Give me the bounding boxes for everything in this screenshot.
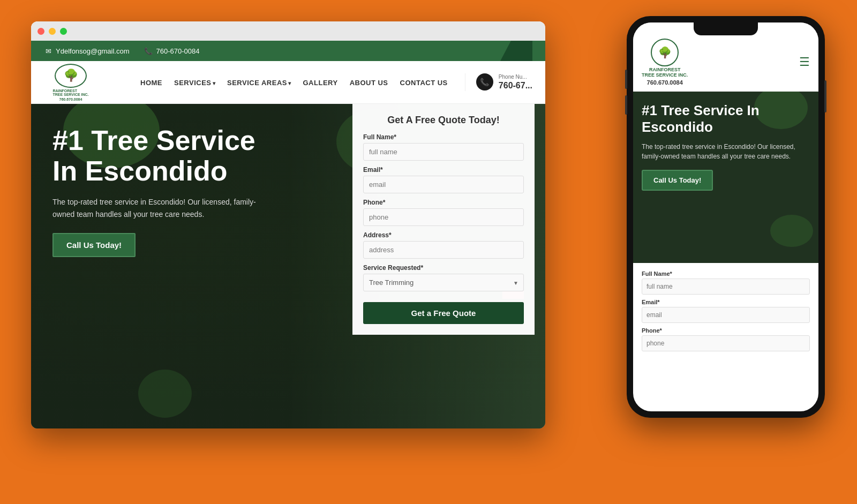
power-button [824, 80, 826, 112]
hero-description: The top-rated tree service in Escondido!… [52, 196, 277, 220]
mobile-logo-name: RAINFORESTTREE SERVICE INC. [642, 67, 688, 78]
mobile-call-us-button[interactable]: Call Us Today! [642, 170, 713, 191]
topbar-phone[interactable]: 📞 760-670-0084 [144, 47, 199, 55]
hamburger-menu-icon[interactable]: ☰ [799, 55, 810, 69]
mobile-logo[interactable]: 🌳 RAINFORESTTREE SERVICE INC. 760.670.00… [642, 39, 688, 86]
logo-circle: 🌳 [55, 64, 87, 88]
hero-section: #1 Tree Service In Escondido The top-rat… [31, 104, 545, 428]
form-label-name: Full Name* [363, 133, 524, 141]
mobile-form-label-name: Full Name* [642, 270, 810, 277]
phone-notch [694, 22, 758, 35]
envelope-icon: ✉ [44, 47, 52, 55]
mobile-logo-circle: 🌳 [651, 39, 679, 66]
phone-icon: 📞 [144, 47, 153, 55]
form-label-phone: Phone* [363, 199, 524, 206]
nav-item-service-areas[interactable]: SERVICE AREAS▾ [227, 78, 291, 87]
mobile-hero-content: #1 Tree Service In Escondido The top-rat… [633, 92, 818, 201]
nav-item-home[interactable]: HOME [140, 78, 162, 87]
maximize-button[interactable] [60, 28, 67, 35]
mobile-foliage-2 [770, 215, 813, 247]
phone-circle-icon: 📞 [476, 73, 493, 91]
mobile-hero: #1 Tree Service In Escondido The top-rat… [633, 92, 818, 263]
quote-form: Get A Free Quote Today! Full Name* Email… [352, 104, 535, 335]
form-label-service: Service Requested* [363, 264, 524, 272]
form-group-name: Full Name* [363, 133, 524, 161]
hero-content: #1 Tree Service In Escondido The top-rat… [31, 104, 299, 279]
full-name-input[interactable] [363, 143, 524, 161]
get-quote-button[interactable]: Get a Free Quote [363, 302, 524, 324]
select-wrapper: Tree Trimming Tree Removal Stump Grindin… [363, 274, 524, 291]
call-us-button[interactable]: Call Us Today! [52, 233, 136, 257]
nav-item-services[interactable]: SERVICES▾ [174, 78, 215, 87]
mobile-form: Full Name* Email* Phone* [633, 263, 818, 363]
form-group-phone: Phone* [363, 199, 524, 226]
form-label-address: Address* [363, 231, 524, 239]
foliage-decoration-3 [138, 370, 192, 418]
service-select[interactable]: Tree Trimming Tree Removal Stump Grindin… [363, 274, 524, 291]
form-group-email: Email* [363, 166, 524, 193]
mobile-phone: 🌳 RAINFORESTTREE SERVICE INC. 760.670.00… [627, 16, 825, 418]
form-group-service: Service Requested* Tree Trimming Tree Re… [363, 264, 524, 291]
close-button[interactable] [37, 28, 44, 35]
nav-phone[interactable]: 📞 Phone Nu... 760-67... [465, 73, 532, 92]
site-topbar: ✉ Ydelfonsog@gmail.com 📞 760-670-0084 [31, 41, 545, 61]
form-label-email: Email* [363, 166, 524, 174]
mobile-form-label-email: Email* [642, 299, 810, 305]
volume-up-button [625, 70, 627, 89]
logo-phone: 760.670.0084 [59, 97, 82, 101]
nav-links: HOME SERVICES▾ SERVICE AREAS▾ GALLERY AB… [140, 78, 448, 87]
phone-number: 760-67... [499, 80, 532, 92]
nav-item-contact[interactable]: CONTACT US [400, 78, 448, 87]
site-navigation: 🌳 RAINFORESTTREE SERVICE INC. 760.670.00… [31, 61, 545, 104]
logo-tree-icon: 🌳 [64, 69, 78, 82]
quote-form-title: Get A Free Quote Today! [363, 115, 524, 126]
volume-down-button [625, 95, 627, 115]
form-group-address: Address* [363, 231, 524, 259]
minimize-button[interactable] [49, 28, 56, 35]
email-input[interactable] [363, 176, 524, 193]
phone-input[interactable] [363, 208, 524, 226]
mobile-email-input[interactable] [642, 307, 810, 323]
address-input[interactable] [363, 241, 524, 259]
hero-title: #1 Tree Service In Escondido [52, 125, 277, 186]
mobile-form-label-phone: Phone* [642, 327, 810, 334]
chevron-down-icon: ▾ [288, 80, 291, 86]
phone-label: Phone Nu... [499, 73, 532, 80]
nav-logo[interactable]: 🌳 RAINFORESTTREE SERVICE INC. 760.670.00… [44, 64, 97, 101]
mobile-full-name-input[interactable] [642, 279, 810, 295]
topbar-divider [500, 41, 532, 61]
topbar-email[interactable]: ✉ Ydelfonsog@gmail.com [44, 47, 129, 55]
phone-screen: 🌳 RAINFORESTTREE SERVICE INC. 760.670.00… [633, 22, 818, 411]
chevron-down-icon: ▾ [213, 80, 216, 86]
browser-window: ✉ Ydelfonsog@gmail.com 📞 760-670-0084 🌳 … [31, 21, 545, 428]
nav-item-gallery[interactable]: GALLERY [303, 78, 338, 87]
mobile-hero-title: #1 Tree Service In Escondido [642, 102, 810, 136]
mobile-phone-input[interactable] [642, 335, 810, 351]
mobile-hero-desc: The top-rated tree service in Escondido!… [642, 142, 810, 161]
mobile-phone-number: 760.670.0084 [647, 79, 683, 86]
logo-name: RAINFORESTTREE SERVICE INC. [52, 89, 88, 96]
nav-item-about[interactable]: ABOUT US [350, 78, 388, 87]
browser-titlebar [31, 21, 545, 41]
phone-details: Phone Nu... 760-67... [499, 73, 532, 92]
